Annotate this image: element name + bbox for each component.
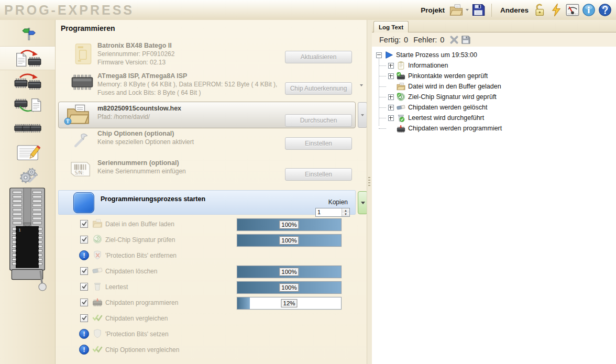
lock-icon[interactable] xyxy=(533,3,547,17)
chip-autoerkennung-button[interactable]: Chip Autoerkennung xyxy=(285,82,352,95)
save-project-icon[interactable] xyxy=(471,3,485,17)
expand-toggle[interactable] xyxy=(388,94,394,100)
collapse-toggle[interactable] xyxy=(376,52,382,58)
tree-item-label: Datei wird in den Buffer geladen xyxy=(408,83,501,90)
process-row-label: Datei in den Buffer laden xyxy=(105,220,174,228)
checkbox-checked[interactable] xyxy=(80,220,88,228)
info-marker-icon: ! xyxy=(79,329,89,339)
app-logo: PROG-EXPRESS xyxy=(4,3,134,18)
play-icon xyxy=(384,51,393,59)
expand-toggle[interactable] xyxy=(388,63,394,69)
process-row: Chipdaten programmieren 12% xyxy=(56,297,367,310)
chip-options-einstellen-button[interactable]: Einstellen xyxy=(285,137,352,150)
sidebar-item-edit-buffer[interactable] xyxy=(0,140,55,163)
durchsuchen-button[interactable]: Durchsuchen xyxy=(285,114,352,127)
chip-to-file-icon xyxy=(14,95,42,115)
process-row-label: Chipdaten vergleichen xyxy=(105,315,168,322)
zif-socket-graphic: 1 xyxy=(7,186,47,299)
progress-value: 100% xyxy=(279,283,299,292)
sidebar-item-read-chip-to-file[interactable] xyxy=(0,93,55,116)
help-icon[interactable] xyxy=(598,3,612,17)
checkbox-checked[interactable] xyxy=(80,283,88,291)
checkbox-checked[interactable] xyxy=(80,314,88,322)
expand-toggle[interactable] xyxy=(388,105,394,111)
progress-value: 100% xyxy=(279,220,299,229)
signature-check-icon xyxy=(397,93,405,101)
clear-log-icon[interactable] xyxy=(449,35,459,45)
expand-toggle[interactable] xyxy=(388,115,394,121)
sidebar-item-start[interactable] xyxy=(0,23,55,46)
progress-bar: 12% xyxy=(237,297,342,310)
tree-item[interactable]: Datei wird in den Buffer geladen xyxy=(388,81,616,92)
tree-item[interactable]: Pinkontakte werden geprüft xyxy=(388,71,616,81)
barcode-icon xyxy=(69,160,91,178)
info-icon[interactable] xyxy=(582,3,596,17)
toolbar-separator xyxy=(491,4,492,17)
copies-value[interactable]: 1 xyxy=(316,208,342,216)
start-process-header: Programmierungsprozess starten Kopien 1 … xyxy=(58,190,356,215)
tree-item-label: Chipdaten werden gelöscht xyxy=(408,104,488,111)
shield-icon xyxy=(92,329,103,338)
copies-spinner[interactable]: 1 ▲ ▼ xyxy=(315,208,350,217)
programmer-device-icon xyxy=(73,43,93,65)
progress-value: 100% xyxy=(279,236,299,245)
wrench-icon xyxy=(72,131,91,149)
process-row: Chipdaten vergleichen xyxy=(56,313,367,325)
tree-item[interactable]: Informationen xyxy=(388,60,616,71)
checkbox-checked[interactable] xyxy=(80,236,88,244)
serials-einstellen-button[interactable]: Einstellen xyxy=(285,168,352,181)
log-status-row: Fertig: 0 Fehler: 0 xyxy=(372,32,616,47)
open-project-icon[interactable] xyxy=(449,3,463,17)
spin-up-button[interactable]: ▲ xyxy=(342,208,349,213)
spin-down-button[interactable]: ▼ xyxy=(342,213,349,217)
tree-item-label: Chipdaten werden programmiert xyxy=(408,125,502,132)
sidebar-item-copy-chip-to-chip[interactable] xyxy=(0,70,55,93)
chip-to-chip-icon xyxy=(14,71,42,91)
fehler-value: 0 xyxy=(440,36,444,44)
progress-bar: 100% xyxy=(237,234,342,247)
aktualisieren-button[interactable]: Aktualisieren xyxy=(285,51,352,63)
checkbox-checked[interactable] xyxy=(80,267,88,275)
expand-toggle[interactable] xyxy=(388,73,394,79)
tree-item-label: Leertest wird durchgeführt xyxy=(408,114,484,122)
file-to-chip-icon xyxy=(14,48,42,68)
chip-dropdown-caret[interactable] xyxy=(360,84,363,86)
tree-item[interactable]: Leertest wird durchgeführt xyxy=(388,113,616,123)
chip-check-icon xyxy=(397,72,405,80)
tree-item[interactable]: Starte Prozess um 19:53:00 xyxy=(376,50,616,60)
program-chip-icon xyxy=(92,297,103,306)
start-process-button[interactable] xyxy=(73,192,94,213)
svg-text:1: 1 xyxy=(18,228,21,233)
edit-buffer-icon xyxy=(14,142,42,162)
checkbox-checked[interactable] xyxy=(80,299,88,306)
chip-memory-line: Memory: 8 KByte ( 64 KBit ), Data EEPROM… xyxy=(97,81,277,88)
sidebar-item-multi-program[interactable] xyxy=(0,117,55,140)
app-window: PROG-EXPRESS Projekt Anderes xyxy=(0,0,616,364)
tree-item[interactable]: Ziel-Chip Signatur wird geprüft xyxy=(388,92,616,102)
device-serial: Seriennummer: PF0910262 xyxy=(97,50,174,58)
log-tabstrip: Log Text xyxy=(372,20,616,32)
process-row: Datei in den Buffer laden 100% xyxy=(56,218,367,231)
sidebar-item-settings[interactable] xyxy=(0,164,55,187)
splitter-grip[interactable] xyxy=(368,177,370,187)
eraser-icon xyxy=(397,103,405,112)
project-dropdown-caret[interactable] xyxy=(466,9,469,11)
tree-item[interactable]: Chipdaten werden gelöscht xyxy=(388,102,616,113)
flash-icon[interactable] xyxy=(549,3,563,17)
log-tree: Starte Prozess um 19:53:00 Informationen… xyxy=(372,47,616,364)
copies-label: Kopien xyxy=(328,198,348,206)
file-dropdown-button[interactable] xyxy=(358,102,367,128)
tree-item[interactable]: Chipdaten werden programmiert xyxy=(388,123,616,134)
compare-icon xyxy=(92,313,103,322)
shield-remove-icon xyxy=(92,250,103,259)
serials-subtitle: Keine Seriennummern einfügen xyxy=(97,168,186,175)
progress-bar: 100% xyxy=(237,218,342,231)
gauge-icon[interactable] xyxy=(566,3,579,17)
anderes-menu-label: Anderes xyxy=(500,6,529,14)
sidebar-item-program-file-to-chip[interactable] xyxy=(0,46,55,70)
toolbar: PROG-EXPRESS Projekt Anderes xyxy=(0,0,616,20)
process-row: ! 'Protection Bits' setzen xyxy=(56,328,367,341)
tab-log-text[interactable]: Log Text xyxy=(373,21,409,32)
save-log-icon[interactable] xyxy=(461,35,470,45)
progress-bar: 100% xyxy=(237,281,342,294)
